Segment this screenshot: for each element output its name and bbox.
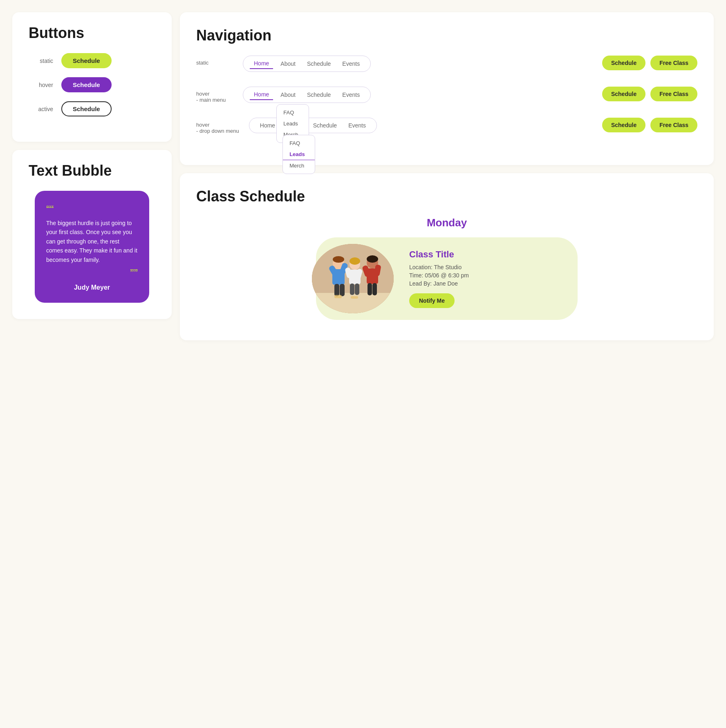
bubble-author: Judy Meyer xyxy=(46,284,138,291)
nav-menu-hover-main: Home About FAQ Leads Merch Schedule Ev xyxy=(243,87,371,103)
nav-item-schedule-hover-main[interactable]: Schedule xyxy=(303,90,335,100)
svg-rect-15 xyxy=(355,284,359,295)
nav-menu-hover-dropdown: Home About FAQ Leads Merch Schedule Ev xyxy=(249,118,377,133)
class-title: Class Title xyxy=(409,249,565,260)
nav-dropdown-leads-dd[interactable]: Leads xyxy=(283,149,315,160)
quote-open-icon: ““ xyxy=(46,204,138,215)
schedule-button-active[interactable]: Schedule xyxy=(61,101,112,116)
nav-dropdown-merch-dd[interactable]: Merch xyxy=(283,160,315,171)
nav-buttons-hover-dropdown: Schedule Free Class xyxy=(602,118,697,132)
nav-item-schedule-static[interactable]: Schedule xyxy=(303,59,335,69)
nav-item-about-hover-main[interactable]: About xyxy=(276,90,300,100)
nav-item-events-hover-dd[interactable]: Events xyxy=(344,121,370,130)
nav-item-about-static[interactable]: About xyxy=(276,59,300,69)
class-card-image xyxy=(312,244,394,313)
svg-point-16 xyxy=(350,257,360,265)
nav-schedule-button-hover-dd[interactable]: Schedule xyxy=(602,118,645,132)
bubble-text: The biggest hurdle is just going to your… xyxy=(46,219,138,264)
svg-rect-7 xyxy=(334,284,339,296)
svg-rect-22 xyxy=(372,283,377,295)
nav-dropdown-dd: FAQ Leads Merch xyxy=(282,135,315,174)
nav-dropdown-leads-main[interactable]: Leads xyxy=(277,118,309,129)
button-label-static: static xyxy=(29,58,53,64)
nav-free-class-button-hover-main[interactable]: Free Class xyxy=(650,87,697,101)
notify-me-button[interactable]: Notify Me xyxy=(409,293,455,308)
button-label-active: active xyxy=(29,106,53,112)
nav-row-hover-main: hover - main menu Home About FAQ Leads M… xyxy=(196,87,697,103)
class-lead: Lead By: Jane Doe xyxy=(409,280,565,287)
svg-rect-21 xyxy=(367,283,372,295)
nav-item-events-static[interactable]: Events xyxy=(338,59,364,69)
nav-item-home-static[interactable]: Home xyxy=(250,58,273,69)
nav-menu-static: Home About Schedule Events xyxy=(243,56,371,72)
svg-rect-24 xyxy=(334,295,342,298)
text-bubble-card: ““ The biggest hurdle is just going to y… xyxy=(35,191,149,303)
text-bubble-title: Text Bubble xyxy=(29,162,155,179)
nav-item-schedule-hover-dd[interactable]: Schedule xyxy=(309,121,341,130)
navigation-section: Navigation static Home About Schedule Ev… xyxy=(180,12,714,165)
class-card-info: Class Title Location: The Studio Time: 0… xyxy=(409,249,565,308)
nav-about-dropdown-wrapper: About FAQ Leads Merch xyxy=(276,91,300,98)
nav-buttons-hover-main: Schedule Free Class xyxy=(602,87,697,101)
nav-item-home-hover-dd[interactable]: Home xyxy=(256,121,279,130)
nav-row-label-hover-main: hover - main menu xyxy=(196,87,233,103)
class-card: Class Title Location: The Studio Time: 0… xyxy=(316,237,578,320)
nav-row-label-static: static xyxy=(196,56,233,66)
buttons-section: Buttons static Schedule hover Schedule a… xyxy=(12,12,172,142)
nav-item-home-hover-main[interactable]: Home xyxy=(250,89,273,100)
svg-point-9 xyxy=(333,256,344,263)
svg-rect-25 xyxy=(351,296,358,299)
schedule-button-hover[interactable]: Schedule xyxy=(61,77,112,92)
nav-schedule-button-hover-main[interactable]: Schedule xyxy=(602,87,645,101)
svg-point-23 xyxy=(367,255,378,263)
nav-free-class-button-hover-dd[interactable]: Free Class xyxy=(650,118,697,132)
class-time: Time: 05/06 @ 6:30 pm xyxy=(409,272,565,279)
nav-schedule-button-static[interactable]: Schedule xyxy=(602,56,645,70)
nav-buttons-static: Schedule Free Class xyxy=(602,56,697,70)
quote-close-icon: ”” xyxy=(46,268,138,279)
nav-row-label-hover-dropdown: hover - drop down menu xyxy=(196,118,239,134)
button-row-hover: hover Schedule xyxy=(29,77,155,92)
svg-rect-8 xyxy=(340,284,345,296)
nav-item-events-hover-main[interactable]: Events xyxy=(338,90,364,100)
text-bubble-section: Text Bubble ““ The biggest hurdle is jus… xyxy=(12,150,172,319)
buttons-title: Buttons xyxy=(29,25,155,42)
nav-row-hover-dropdown: hover - drop down menu Home About FAQ Le… xyxy=(196,118,697,134)
button-label-hover: hover xyxy=(29,82,53,88)
svg-rect-1 xyxy=(312,293,394,313)
class-schedule-section: Class Schedule Monday xyxy=(180,173,714,340)
nav-row-static: static Home About Schedule Events Schedu… xyxy=(196,56,697,72)
class-schedule-title: Class Schedule xyxy=(196,188,697,205)
class-location: Location: The Studio xyxy=(409,264,565,270)
schedule-button-static[interactable]: Schedule xyxy=(61,53,112,68)
nav-free-class-button-static[interactable]: Free Class xyxy=(650,56,697,70)
button-row-active: active Schedule xyxy=(29,101,155,116)
schedule-day: Monday xyxy=(196,217,697,229)
navigation-title: Navigation xyxy=(196,27,697,44)
class-image-svg xyxy=(312,244,394,313)
nav-dropdown-faq-dd[interactable]: FAQ xyxy=(283,138,315,149)
button-row-static: static Schedule xyxy=(29,53,155,68)
svg-rect-14 xyxy=(350,284,354,295)
nav-dropdown-faq-main[interactable]: FAQ xyxy=(277,107,309,118)
